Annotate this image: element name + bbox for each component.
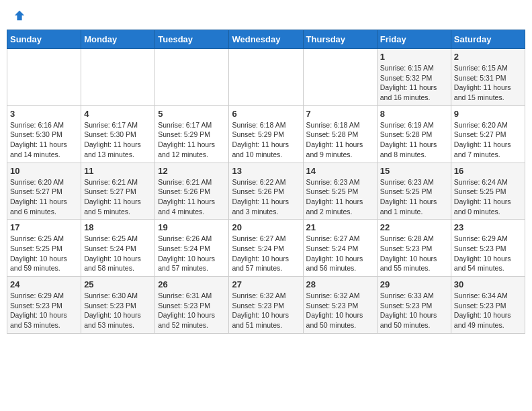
day-number: 2 xyxy=(454,52,522,62)
day-info: Sunrise: 6:18 AM Sunset: 5:28 PM Dayligh… xyxy=(306,120,374,160)
day-info: Sunrise: 6:16 AM Sunset: 5:30 PM Dayligh… xyxy=(10,120,78,160)
calendar-week-1: 3Sunrise: 6:16 AM Sunset: 5:30 PM Daylig… xyxy=(7,105,525,163)
day-number: 27 xyxy=(232,279,300,289)
day-number: 13 xyxy=(232,166,300,176)
calendar-cell: 10Sunrise: 6:20 AM Sunset: 5:27 PM Dayli… xyxy=(7,163,81,220)
calendar-cell: 18Sunrise: 6:25 AM Sunset: 5:24 PM Dayli… xyxy=(81,220,155,277)
calendar-cell: 25Sunrise: 6:30 AM Sunset: 5:23 PM Dayli… xyxy=(81,277,155,334)
day-number: 1 xyxy=(380,52,448,62)
calendar-header-sunday: Sunday xyxy=(7,30,81,49)
day-number: 22 xyxy=(380,222,448,232)
calendar-cell: 14Sunrise: 6:23 AM Sunset: 5:25 PM Dayli… xyxy=(303,163,377,220)
day-info: Sunrise: 6:18 AM Sunset: 5:29 PM Dayligh… xyxy=(232,120,300,160)
calendar-header-tuesday: Tuesday xyxy=(155,30,229,49)
day-info: Sunrise: 6:20 AM Sunset: 5:27 PM Dayligh… xyxy=(10,177,78,217)
day-number: 21 xyxy=(306,222,374,232)
day-info: Sunrise: 6:27 AM Sunset: 5:24 PM Dayligh… xyxy=(232,234,300,273)
day-number: 14 xyxy=(306,166,374,176)
calendar-cell xyxy=(7,49,81,106)
calendar-cell: 20Sunrise: 6:27 AM Sunset: 5:24 PM Dayli… xyxy=(229,220,303,277)
logo xyxy=(12,9,26,21)
day-number: 20 xyxy=(232,222,300,232)
calendar-header-wednesday: Wednesday xyxy=(229,30,303,49)
calendar-body: 1Sunrise: 6:15 AM Sunset: 5:32 PM Daylig… xyxy=(7,49,525,334)
calendar-cell: 12Sunrise: 6:21 AM Sunset: 5:26 PM Dayli… xyxy=(155,163,229,220)
day-info: Sunrise: 6:31 AM Sunset: 5:23 PM Dayligh… xyxy=(158,291,226,330)
day-info: Sunrise: 6:26 AM Sunset: 5:24 PM Dayligh… xyxy=(158,234,226,273)
day-info: Sunrise: 6:24 AM Sunset: 5:25 PM Dayligh… xyxy=(454,177,522,217)
day-number: 23 xyxy=(454,222,522,232)
day-info: Sunrise: 6:29 AM Sunset: 5:23 PM Dayligh… xyxy=(10,291,78,330)
calendar-table: SundayMondayTuesdayWednesdayThursdayFrid… xyxy=(7,30,525,334)
logo-icon xyxy=(13,9,26,21)
calendar-cell: 3Sunrise: 6:16 AM Sunset: 5:30 PM Daylig… xyxy=(7,105,81,163)
calendar-cell xyxy=(303,49,377,106)
day-number: 18 xyxy=(84,222,152,232)
calendar-cell: 13Sunrise: 6:22 AM Sunset: 5:26 PM Dayli… xyxy=(229,163,303,220)
calendar-week-3: 17Sunrise: 6:25 AM Sunset: 5:25 PM Dayli… xyxy=(7,220,525,277)
calendar-cell: 15Sunrise: 6:23 AM Sunset: 5:25 PM Dayli… xyxy=(377,163,451,220)
svg-marker-0 xyxy=(15,11,24,20)
calendar-header-row: SundayMondayTuesdayWednesdayThursdayFrid… xyxy=(7,30,525,49)
calendar-cell: 6Sunrise: 6:18 AM Sunset: 5:29 PM Daylig… xyxy=(229,105,303,163)
day-info: Sunrise: 6:20 AM Sunset: 5:27 PM Dayligh… xyxy=(454,120,522,160)
calendar-cell: 27Sunrise: 6:32 AM Sunset: 5:23 PM Dayli… xyxy=(229,277,303,334)
calendar-cell: 30Sunrise: 6:34 AM Sunset: 5:23 PM Dayli… xyxy=(451,277,525,334)
calendar-header-monday: Monday xyxy=(81,30,155,49)
calendar-cell xyxy=(81,49,155,106)
day-number: 11 xyxy=(84,166,152,176)
calendar-cell: 1Sunrise: 6:15 AM Sunset: 5:32 PM Daylig… xyxy=(377,49,451,106)
day-number: 5 xyxy=(158,109,226,119)
calendar-header-thursday: Thursday xyxy=(303,30,377,49)
day-info: Sunrise: 6:25 AM Sunset: 5:25 PM Dayligh… xyxy=(10,234,78,273)
day-number: 12 xyxy=(158,166,226,176)
calendar-header-saturday: Saturday xyxy=(451,30,525,49)
day-number: 15 xyxy=(380,166,448,176)
calendar-cell: 5Sunrise: 6:17 AM Sunset: 5:29 PM Daylig… xyxy=(155,105,229,163)
day-number: 9 xyxy=(454,109,522,119)
day-info: Sunrise: 6:21 AM Sunset: 5:27 PM Dayligh… xyxy=(84,177,152,217)
calendar-cell: 17Sunrise: 6:25 AM Sunset: 5:25 PM Dayli… xyxy=(7,220,81,277)
calendar-cell: 24Sunrise: 6:29 AM Sunset: 5:23 PM Dayli… xyxy=(7,277,81,334)
calendar-week-0: 1Sunrise: 6:15 AM Sunset: 5:32 PM Daylig… xyxy=(7,49,525,106)
calendar-cell: 7Sunrise: 6:18 AM Sunset: 5:28 PM Daylig… xyxy=(303,105,377,163)
day-number: 30 xyxy=(454,279,522,289)
page-header xyxy=(7,7,525,24)
day-number: 3 xyxy=(10,109,78,119)
calendar-week-4: 24Sunrise: 6:29 AM Sunset: 5:23 PM Dayli… xyxy=(7,277,525,334)
calendar-header-friday: Friday xyxy=(377,30,451,49)
calendar-cell: 26Sunrise: 6:31 AM Sunset: 5:23 PM Dayli… xyxy=(155,277,229,334)
day-number: 6 xyxy=(232,109,300,119)
day-info: Sunrise: 6:19 AM Sunset: 5:28 PM Dayligh… xyxy=(380,120,448,160)
day-info: Sunrise: 6:15 AM Sunset: 5:31 PM Dayligh… xyxy=(454,63,522,103)
day-info: Sunrise: 6:32 AM Sunset: 5:23 PM Dayligh… xyxy=(232,291,300,330)
day-number: 8 xyxy=(380,109,448,119)
day-info: Sunrise: 6:25 AM Sunset: 5:24 PM Dayligh… xyxy=(84,234,152,273)
day-number: 16 xyxy=(454,166,522,176)
day-number: 4 xyxy=(84,109,152,119)
calendar-cell xyxy=(229,49,303,106)
day-info: Sunrise: 6:21 AM Sunset: 5:26 PM Dayligh… xyxy=(158,177,226,217)
day-info: Sunrise: 6:33 AM Sunset: 5:23 PM Dayligh… xyxy=(380,291,448,330)
day-number: 29 xyxy=(380,279,448,289)
day-info: Sunrise: 6:28 AM Sunset: 5:23 PM Dayligh… xyxy=(380,234,448,273)
day-number: 25 xyxy=(84,279,152,289)
calendar-cell: 19Sunrise: 6:26 AM Sunset: 5:24 PM Dayli… xyxy=(155,220,229,277)
day-info: Sunrise: 6:15 AM Sunset: 5:32 PM Dayligh… xyxy=(380,63,448,103)
day-number: 10 xyxy=(10,166,78,176)
day-info: Sunrise: 6:23 AM Sunset: 5:25 PM Dayligh… xyxy=(306,177,374,217)
day-info: Sunrise: 6:17 AM Sunset: 5:30 PM Dayligh… xyxy=(84,120,152,160)
day-info: Sunrise: 6:17 AM Sunset: 5:29 PM Dayligh… xyxy=(158,120,226,160)
calendar-cell: 4Sunrise: 6:17 AM Sunset: 5:30 PM Daylig… xyxy=(81,105,155,163)
calendar-cell: 21Sunrise: 6:27 AM Sunset: 5:24 PM Dayli… xyxy=(303,220,377,277)
day-number: 17 xyxy=(10,222,78,232)
calendar-cell: 11Sunrise: 6:21 AM Sunset: 5:27 PM Dayli… xyxy=(81,163,155,220)
calendar-cell: 28Sunrise: 6:32 AM Sunset: 5:23 PM Dayli… xyxy=(303,277,377,334)
day-info: Sunrise: 6:27 AM Sunset: 5:24 PM Dayligh… xyxy=(306,234,374,273)
calendar-cell: 29Sunrise: 6:33 AM Sunset: 5:23 PM Dayli… xyxy=(377,277,451,334)
day-info: Sunrise: 6:30 AM Sunset: 5:23 PM Dayligh… xyxy=(84,291,152,330)
calendar-cell: 22Sunrise: 6:28 AM Sunset: 5:23 PM Dayli… xyxy=(377,220,451,277)
calendar-cell: 16Sunrise: 6:24 AM Sunset: 5:25 PM Dayli… xyxy=(451,163,525,220)
day-info: Sunrise: 6:29 AM Sunset: 5:23 PM Dayligh… xyxy=(454,234,522,273)
calendar-week-2: 10Sunrise: 6:20 AM Sunset: 5:27 PM Dayli… xyxy=(7,163,525,220)
